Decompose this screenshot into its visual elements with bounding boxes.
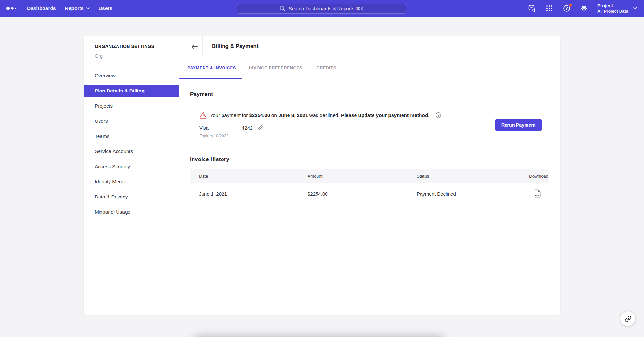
search-input[interactable]: Search Dashboards & Reports ⌘K [237, 4, 406, 14]
settings-gear-icon[interactable] [580, 4, 588, 13]
chevron-down-icon [633, 7, 637, 10]
svg-text:?: ? [565, 6, 568, 11]
project-value: All Project Data [597, 9, 628, 14]
edit-card-button[interactable] [257, 124, 263, 131]
nav-item-dashboards[interactable]: Dashboards [23, 0, 61, 17]
invoice-date: June 1, 2021 [199, 191, 308, 197]
apps-grid-icon[interactable] [545, 4, 554, 13]
mixpanel-logo-icon[interactable] [6, 6, 23, 11]
nav-item-users[interactable]: Users [94, 0, 117, 17]
sidebar-item-data-privacy[interactable]: Data & Privacy [84, 191, 179, 203]
sidebar-item-identity-merge[interactable]: Identity Merge [84, 176, 179, 188]
chevron-down-icon [86, 7, 90, 10]
card-brand: Visa [199, 125, 209, 130]
payment-card: Your payment for $2254.00 on June 8, 202… [190, 105, 549, 144]
nav-item-label: Reports [65, 5, 84, 11]
pdf-file-icon: PDF [534, 189, 541, 198]
search-icon [279, 5, 286, 12]
card-masked-digits: ···· ···· ···· [211, 125, 239, 130]
notification-dot [569, 4, 572, 7]
tab-credits[interactable]: CREDITS [309, 57, 343, 79]
tab-payment-invoices[interactable]: PAYMENT & INVOICES [179, 57, 242, 79]
table-header-row: Date Amount Status Download [190, 169, 549, 183]
org-settings-sidebar: ORGANIZATION SETTINGS Org Overview Plan … [84, 36, 179, 315]
tab-invoice-preferences[interactable]: INVOICE PREFERENCES [242, 57, 309, 79]
card-on-file: Visa ···· ···· ···· 4242 [199, 125, 252, 130]
nav-item-label: Users [99, 5, 112, 11]
page-title: Billing & Payment [212, 43, 259, 50]
invoice-amount: $2254.00 [308, 191, 417, 197]
sidebar-item-plan-details-billing[interactable]: Plan Details & Billing [84, 85, 179, 97]
sidebar-item-service-accounts[interactable]: Service Accounts [84, 145, 179, 157]
pencil-icon [257, 124, 263, 131]
sidebar-item-access-security[interactable]: Access Security [84, 160, 179, 172]
nav-item-reports[interactable]: Reports [61, 0, 94, 17]
billing-tabs: PAYMENT & INVOICES INVOICE PREFERENCES C… [179, 57, 560, 79]
page-header: Billing & Payment [179, 36, 560, 57]
rerun-payment-button[interactable]: Rerun Payment [495, 119, 542, 131]
card-expiry: Expires 10/2022 [199, 134, 228, 138]
column-header-status: Status [417, 174, 526, 178]
download-pdf-button[interactable]: PDF [534, 189, 541, 198]
info-icon[interactable] [435, 112, 441, 118]
column-header-amount: Amount [308, 174, 417, 178]
payment-section-title: Payment [190, 91, 549, 98]
link-icon [625, 315, 631, 322]
sidebar-item-overview[interactable]: Overview [84, 70, 179, 82]
org-name: Org [84, 53, 179, 59]
table-row: June 1, 2021 $2254.00 Payment Declined P… [190, 183, 549, 205]
sidebar-title: ORGANIZATION SETTINGS [84, 44, 179, 49]
arrow-left-icon [191, 44, 198, 50]
project-switcher[interactable]: Project All Project Data [597, 3, 637, 14]
sidebar-item-projects[interactable]: Projects [84, 100, 179, 112]
data-management-icon[interactable] [528, 4, 536, 13]
payment-declined-message: Your payment for $2254.00 on June 8, 202… [210, 112, 430, 118]
project-label: Project [597, 3, 628, 9]
invoice-status: Payment Declined [417, 191, 526, 197]
nav-item-label: Dashboards [27, 5, 56, 11]
sidebar-item-mixpanel-usage[interactable]: Mixpanel Usage [84, 206, 179, 218]
back-button[interactable] [186, 36, 202, 57]
column-header-date: Date [199, 174, 308, 178]
sidebar-item-teams[interactable]: Teams [84, 130, 179, 142]
sidebar-item-users[interactable]: Users [84, 115, 179, 127]
invoice-table: Date Amount Status Download June 1, 2021… [190, 169, 549, 205]
settings-panel: ORGANIZATION SETTINGS Org Overview Plan … [84, 36, 560, 315]
help-icon[interactable]: ? [563, 4, 571, 13]
warning-triangle-icon [199, 112, 207, 119]
top-navbar: Dashboards Reports Users Search Dashboar… [0, 0, 644, 17]
invoice-history-title: Invoice History [190, 156, 549, 163]
divider [202, 36, 203, 57]
svg-text:PDF: PDF [535, 194, 539, 196]
search-placeholder: Search Dashboards & Reports ⌘K [289, 6, 364, 12]
card-last4: 4242 [242, 125, 252, 130]
column-header-download: Download [526, 174, 549, 178]
copy-link-button[interactable] [620, 311, 635, 326]
